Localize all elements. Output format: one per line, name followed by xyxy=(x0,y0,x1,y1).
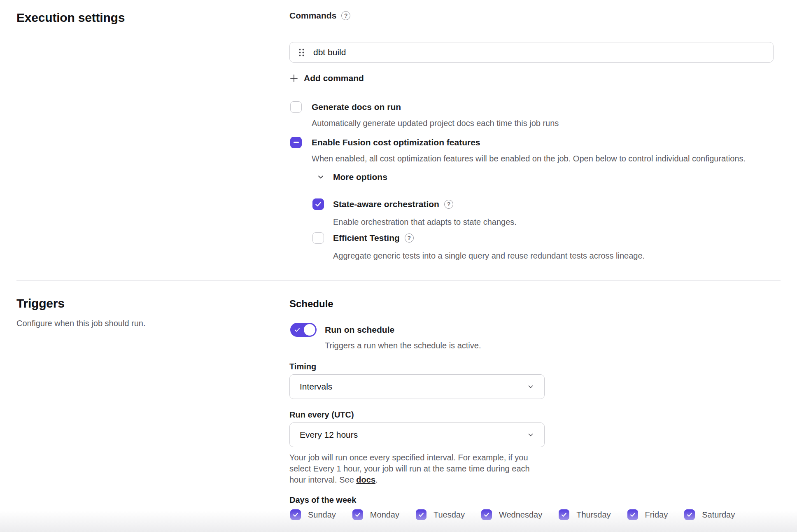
run-every-label: Run every (UTC) xyxy=(289,409,781,420)
efficient-testing-desc: Aggregate generic tests into a single qu… xyxy=(333,250,645,261)
check-icon xyxy=(686,511,693,518)
interval-help-line3: hour interval. See docs. xyxy=(289,474,781,485)
days-of-week-label: Days of the week xyxy=(289,495,781,505)
check-icon xyxy=(292,511,299,518)
sunday-checkbox xyxy=(290,509,301,520)
day-label: Friday xyxy=(645,510,668,520)
page-title: Execution settings xyxy=(16,11,289,25)
commands-label: Commands xyxy=(289,11,336,21)
run-every-select[interactable]: Every 12 hours xyxy=(289,422,545,447)
command-input[interactable]: dbt build xyxy=(289,42,774,63)
schedule-heading: Schedule xyxy=(289,298,781,310)
more-options-label: More options xyxy=(333,171,387,183)
toggle-check-icon xyxy=(294,327,301,333)
timing-select[interactable]: Intervals xyxy=(289,374,545,399)
indeterminate-dash-icon xyxy=(294,142,299,143)
add-command-button[interactable]: Add command xyxy=(289,73,364,83)
day-checkbox-sunday[interactable]: Sunday xyxy=(290,509,336,520)
triggers-title: Triggers xyxy=(16,296,289,310)
option-fusion-cost: Enable Fusion cost optimization features… xyxy=(290,137,781,164)
run-every-value: Every 12 hours xyxy=(300,430,358,440)
generate-docs-checkbox[interactable] xyxy=(290,101,302,113)
day-checkbox-thursday[interactable]: Thursday xyxy=(559,509,611,520)
execution-settings-left: Execution settings xyxy=(16,11,289,261)
option-generate-docs: Generate docs on run Automatically gener… xyxy=(290,101,781,128)
chevron-down-icon xyxy=(527,383,534,390)
run-on-schedule-desc: Triggers a run when the schedule is acti… xyxy=(325,340,481,351)
wednesday-checkbox xyxy=(481,509,492,520)
day-checkbox-wednesday[interactable]: Wednesday xyxy=(481,509,542,520)
interval-help-line1: Your job will run once every specified i… xyxy=(289,452,781,463)
run-on-schedule-toggle[interactable] xyxy=(290,323,317,337)
fusion-cost-checkbox[interactable] xyxy=(290,137,302,148)
add-command-label: Add command xyxy=(304,73,364,83)
generate-docs-label[interactable]: Generate docs on run xyxy=(312,101,559,113)
friday-checkbox xyxy=(627,509,638,520)
fusion-cost-label[interactable]: Enable Fusion cost optimization features xyxy=(312,137,746,148)
day-label: Sunday xyxy=(308,510,336,520)
days-of-week-row: Sunday Monday Tuesday Wednesday Thursday… xyxy=(290,509,781,520)
triggers-left: Triggers Configure when this job should … xyxy=(16,296,289,520)
state-aware-desc: Enable orchestration that adapts to stat… xyxy=(333,217,517,227)
timing-label: Timing xyxy=(289,361,781,372)
interval-help-text: Your job will run once every specified i… xyxy=(289,452,781,485)
state-aware-checkbox[interactable] xyxy=(312,198,324,210)
toggle-knob xyxy=(304,324,315,336)
efficient-testing-help-icon[interactable]: ? xyxy=(405,233,414,243)
more-options-expander[interactable]: More options xyxy=(317,171,387,183)
day-label: Tuesday xyxy=(433,510,465,520)
option-efficient-testing: Efficient Testing ? Aggregate generic te… xyxy=(312,232,781,261)
commands-help-icon[interactable]: ? xyxy=(341,11,350,20)
run-on-schedule-row: Run on schedule Triggers a run when the … xyxy=(290,323,781,351)
fusion-cost-desc: When enabled, all cost optimization feat… xyxy=(312,153,746,164)
day-label: Saturday xyxy=(702,510,735,520)
day-checkbox-saturday[interactable]: Saturday xyxy=(684,509,735,520)
interval-help-line2: select Every 1 hour, your job will run a… xyxy=(289,463,781,474)
saturday-checkbox xyxy=(684,509,695,520)
day-checkbox-tuesday[interactable]: Tuesday xyxy=(416,509,465,520)
monday-checkbox xyxy=(352,509,363,520)
tuesday-checkbox xyxy=(416,509,426,520)
day-checkbox-friday[interactable]: Friday xyxy=(627,509,668,520)
day-label: Wednesday xyxy=(499,510,542,520)
check-icon xyxy=(354,511,361,518)
plus-icon xyxy=(289,74,298,83)
commands-label-row: Commands ? xyxy=(289,11,781,21)
efficient-testing-checkbox[interactable] xyxy=(312,232,324,244)
triggers-section: Triggers Configure when this job should … xyxy=(0,281,797,520)
efficient-testing-label[interactable]: Efficient Testing xyxy=(333,232,400,244)
state-aware-help-icon[interactable]: ? xyxy=(444,200,453,209)
chevron-down-icon xyxy=(527,431,534,439)
triggers-subtitle: Configure when this job should run. xyxy=(16,319,289,328)
option-state-aware: State-aware orchestration ? Enable orche… xyxy=(312,198,781,227)
docs-link[interactable]: docs xyxy=(356,475,375,484)
chevron-down-icon xyxy=(317,173,324,181)
timing-value: Intervals xyxy=(300,382,332,392)
day-label: Monday xyxy=(370,510,399,520)
thursday-checkbox xyxy=(559,509,569,520)
check-icon xyxy=(483,511,490,518)
execution-settings-section: Execution settings Commands ? dbt build … xyxy=(0,0,797,261)
execution-settings-form: Commands ? dbt build Add command xyxy=(289,11,781,261)
check-icon xyxy=(315,201,322,208)
command-value: dbt build xyxy=(313,47,346,57)
day-checkbox-monday[interactable]: Monday xyxy=(352,509,399,520)
drag-handle-icon[interactable] xyxy=(299,49,304,56)
check-icon xyxy=(561,511,567,518)
check-icon xyxy=(629,511,636,518)
state-aware-label[interactable]: State-aware orchestration xyxy=(333,198,439,210)
run-on-schedule-label[interactable]: Run on schedule xyxy=(325,323,481,337)
check-icon xyxy=(418,511,424,518)
generate-docs-desc: Automatically generate updated project d… xyxy=(312,118,559,128)
day-label: Thursday xyxy=(576,510,611,520)
triggers-form: Schedule Run on schedule Triggers a run … xyxy=(289,296,781,520)
